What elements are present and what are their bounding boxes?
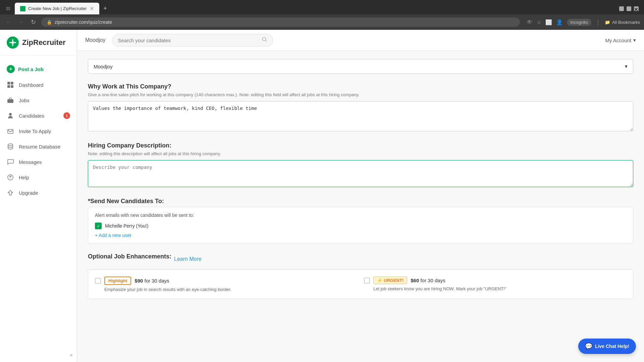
sidebar-item-invite-to-apply[interactable]: Invite To Apply xyxy=(0,123,77,139)
sidebar-item-label: Candidates xyxy=(19,113,44,119)
urgent-badge: ⚡ URGENT! xyxy=(373,277,407,284)
send-candidates-title: *Send New Candidates To: xyxy=(88,198,633,205)
sidebar-item-resume-database[interactable]: Resume Database xyxy=(0,139,77,154)
svg-line-11 xyxy=(266,41,267,42)
tab-close-btn[interactable]: ✕ xyxy=(90,5,94,12)
sidebar-item-jobs[interactable]: Jobs xyxy=(0,93,77,108)
bookmarks-folder-icon: 📁 xyxy=(605,20,610,25)
why-work-section: Why Work at This Company? Give a one-lin… xyxy=(88,83,633,133)
live-chat-btn[interactable]: 💬 Live Chat Help! xyxy=(578,339,636,354)
sidebar-item-label: Invite To Apply xyxy=(19,128,51,134)
refresh-btn[interactable]: ↻ xyxy=(30,17,37,27)
forward-btn[interactable]: → xyxy=(17,17,25,27)
why-work-input[interactable] xyxy=(88,101,633,131)
sidebar: ZipRecruiter + Post a Job Dashboard xyxy=(0,30,77,362)
urgent-enhancement: ⚡ URGENT! $60 for 30 days Let job seeker… xyxy=(364,277,626,292)
enhancements-grid: Highlight $90 for 30 days Emphasize your… xyxy=(95,277,626,292)
sidebar-item-label: Jobs xyxy=(19,98,30,103)
highlight-header: Highlight $90 for 30 days xyxy=(95,277,357,285)
my-account-label: My Account xyxy=(605,38,631,43)
hiring-company-section: Hiring Company Description: Note: editin… xyxy=(88,142,633,188)
sidebar-nav: + Post a Job Dashboard Jobs xyxy=(0,56,77,348)
hiring-company-title: Hiring Company Description: xyxy=(88,142,633,149)
send-candidates-section: *Send New Candidates To: Alert emails wi… xyxy=(88,198,633,244)
bookmark-icon[interactable]: ☆ xyxy=(537,19,541,25)
logo-icon xyxy=(7,37,19,49)
chat-bubble-icon: 💬 xyxy=(585,343,592,350)
menu-icon[interactable]: ⋮ xyxy=(595,19,601,25)
recipient-checkbox[interactable]: ✓ xyxy=(95,223,102,229)
urgent-desc: Let job seekers know you are hiring NOW.… xyxy=(364,286,626,291)
enhancements-section: Optional Job Enhancements: Learn More Hi… xyxy=(88,253,633,299)
sidebar-item-help[interactable]: Help xyxy=(0,170,77,185)
sidebar-item-candidates[interactable]: Candidates 1 xyxy=(0,108,77,123)
browser-chrome: Create New Job | ZipRecruiter ✕ + ✕ ← → … xyxy=(0,0,644,30)
back-btn[interactable]: ← xyxy=(4,17,13,27)
search-icon xyxy=(262,37,267,44)
briefcase-icon xyxy=(7,97,14,104)
active-tab[interactable]: Create New Job | ZipRecruiter ✕ xyxy=(15,3,99,14)
mail-icon xyxy=(7,127,14,135)
recipient-row: ✓ Michelle Perry (You!) xyxy=(95,223,626,229)
sidebar-logo: ZipRecruiter xyxy=(0,30,77,56)
highlight-checkbox[interactable] xyxy=(95,278,101,284)
recipient-label: Michelle Perry (You!) xyxy=(105,223,148,229)
new-tab-btn[interactable]: + xyxy=(101,4,110,13)
profile-icon[interactable]: 👤 xyxy=(556,19,563,25)
urgent-price: $60 for 30 days xyxy=(411,278,445,283)
app-layout: ZipRecruiter + Post a Job Dashboard xyxy=(0,30,644,362)
learn-more-link[interactable]: Learn More xyxy=(174,256,202,262)
person-icon xyxy=(7,112,14,119)
address-bar[interactable]: 🔒 ziprecruiter.com/quiz/create xyxy=(41,17,520,27)
plus-circle-icon: + xyxy=(7,65,15,73)
close-btn[interactable]: ✕ xyxy=(634,6,639,11)
highlight-price: $90 for 30 days xyxy=(135,278,169,284)
minimize-btn[interactable] xyxy=(619,6,624,11)
send-candidates-box: Alert emails with new candidates will be… xyxy=(88,207,633,244)
tab-bar: Create New Job | ZipRecruiter ✕ + ✕ xyxy=(0,0,644,14)
sidebar-item-label: Messages xyxy=(19,159,42,165)
sidebar-item-label: Upgrade xyxy=(19,190,38,196)
search-input[interactable] xyxy=(118,38,259,43)
svg-point-6 xyxy=(9,113,12,116)
sidebar-toggle-icon[interactable]: ⬜ xyxy=(545,19,552,25)
sidebar-item-label: Post a Job xyxy=(18,66,44,72)
right-panel: Moodjoy My Account ▾ Moodjoy ▾ xyxy=(77,30,644,362)
urgent-checkbox[interactable] xyxy=(364,278,370,284)
sidebar-item-label: Help xyxy=(19,175,29,180)
main-content: Moodjoy ▾ Why Work at This Company? Give… xyxy=(77,51,644,362)
highlight-badge: Highlight xyxy=(104,277,131,285)
why-work-desc: Give a one-line sales pitch for working … xyxy=(88,92,633,97)
header-company-name: Moodjoy xyxy=(85,37,105,43)
maximize-btn[interactable] xyxy=(627,6,631,11)
sidebar-item-messages[interactable]: Messages xyxy=(0,154,77,170)
svg-rect-1 xyxy=(7,82,10,84)
nav-icons: 👁 ☆ ⬜ 👤 Incognito ⋮ xyxy=(527,19,601,26)
svg-rect-4 xyxy=(11,85,13,88)
company-select[interactable]: Moodjoy ▾ xyxy=(88,59,633,74)
top-header: Moodjoy My Account ▾ xyxy=(77,30,644,51)
hiring-company-input[interactable] xyxy=(88,160,633,187)
my-account-btn[interactable]: My Account ▾ xyxy=(605,37,636,43)
incognito-label: Incognito xyxy=(567,19,591,26)
live-chat-label: Live Chat Help! xyxy=(595,344,629,349)
sidebar-item-dashboard[interactable]: Dashboard xyxy=(0,77,77,93)
collapse-sidebar-btn[interactable]: « xyxy=(0,348,77,362)
sidebar-item-upgrade[interactable]: Upgrade xyxy=(0,185,77,200)
tab-favicon xyxy=(20,6,25,11)
search-bar[interactable] xyxy=(112,34,273,47)
enhancements-header: Optional Job Enhancements: Learn More xyxy=(88,253,633,265)
hiring-company-desc: Note: editing this description will affe… xyxy=(88,151,633,156)
tab-group-btn[interactable] xyxy=(3,6,13,11)
add-user-link[interactable]: + Add a new user xyxy=(95,233,626,238)
highlight-desc: Emphasize your job in search results wit… xyxy=(95,287,357,292)
upgrade-icon xyxy=(7,189,14,196)
bookmarks-btn[interactable]: 📁 All Bookmarks xyxy=(605,20,640,25)
svg-rect-5 xyxy=(7,99,13,103)
chevron-left-icon: « xyxy=(70,352,73,358)
window-controls: ✕ xyxy=(619,6,641,11)
chevron-down-icon: ▾ xyxy=(633,37,636,43)
svg-rect-7 xyxy=(8,129,13,133)
sidebar-item-post-a-job[interactable]: + Post a Job xyxy=(0,61,77,77)
send-candidates-desc: Alert emails with new candidates will be… xyxy=(95,213,626,218)
